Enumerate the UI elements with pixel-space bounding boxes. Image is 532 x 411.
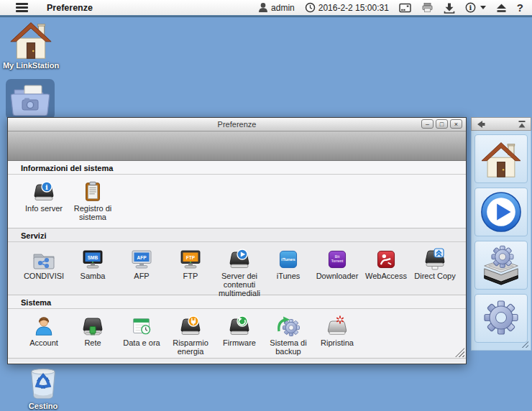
window-header-band: [8, 131, 466, 161]
item-direct-copy[interactable]: Direct Copy: [411, 246, 459, 297]
pictures-folder-icon: [10, 83, 50, 116]
sidebar-tile-media-player[interactable]: [474, 188, 528, 236]
itunes-icon: iTunes: [277, 249, 300, 270]
play-button-icon: [480, 190, 523, 234]
back-arrow-icon[interactable]: [474, 119, 486, 130]
svg-text:iTunes: iTunes: [281, 257, 295, 262]
item-media-server[interactable]: Server dei contenuti multimediali: [215, 246, 264, 297]
desktop-icon-cestino[interactable]: Cestino: [14, 364, 72, 410]
desktop-icon-label: My LinkStation: [3, 61, 59, 70]
power-saving-icon: [178, 315, 203, 337]
media-server-icon: [226, 249, 252, 270]
maximize-button[interactable]: □: [436, 119, 448, 129]
home-icon: [9, 19, 52, 60]
item-ftp[interactable]: FTP FTP: [166, 246, 215, 297]
info-menu[interactable]: i: [465, 2, 486, 13]
item-afp[interactable]: AFP AFP: [117, 246, 166, 297]
svg-text:i: i: [469, 4, 472, 11]
item-rete[interactable]: Rete: [68, 313, 117, 356]
item-itunes[interactable]: iTunes iTunes: [264, 246, 313, 297]
account-icon: [32, 315, 56, 337]
direct-copy-icon: [422, 247, 448, 270]
item-data-e-ora[interactable]: Data e ora: [117, 313, 166, 356]
display-icon[interactable]: [399, 3, 411, 13]
shared-folders-icon: [31, 250, 57, 270]
smb-monitor-icon: SMB: [80, 250, 106, 270]
desktop-icon-folder[interactable]: [6, 79, 55, 119]
chevron-down-icon: [480, 6, 486, 9]
eject-icon[interactable]: [496, 3, 507, 13]
help-button[interactable]: ?: [517, 1, 523, 14]
screen: Preferenze admin 2016-2-2 15:00:31: [0, 0, 532, 411]
page-title: Preferenze: [47, 3, 93, 13]
item-risparmio-energia[interactable]: Risparmio energia: [166, 313, 215, 356]
svg-text:Bit: Bit: [335, 255, 340, 259]
datetime-text: 2016-2-2 15:00:31: [318, 3, 389, 13]
menu-icon[interactable]: [16, 3, 28, 12]
section-title: Servizi: [8, 228, 466, 242]
clock-status: 2016-2-2 15:00:31: [305, 2, 389, 13]
window-titlebar[interactable]: Preferenze – □ ×: [8, 118, 466, 131]
webaccess-icon: [375, 249, 398, 270]
item-webaccess[interactable]: WebAccess: [362, 246, 411, 297]
sidebar-tile-disk-manager[interactable]: [474, 241, 528, 290]
item-downloader[interactable]: Bit Torrent Downloader: [313, 246, 362, 297]
section-title: Informazioni del sistema: [8, 161, 466, 175]
svg-text:FTP: FTP: [186, 255, 196, 260]
sidebar-header: [471, 117, 531, 131]
system-log-icon: [81, 180, 105, 203]
topbar-accent-strip: [0, 15, 532, 17]
collapse-panel-icon[interactable]: [516, 119, 528, 130]
network-icon: [80, 315, 106, 337]
printer-icon[interactable]: [421, 2, 434, 13]
restore-icon: [324, 315, 350, 337]
sidebar-tile-settings[interactable]: [474, 294, 528, 343]
close-button[interactable]: ×: [450, 119, 462, 129]
svg-text:i: i: [45, 183, 48, 191]
minimize-button[interactable]: –: [421, 119, 434, 129]
window-title: Preferenze: [218, 120, 257, 129]
item-info-server[interactable]: i Info server: [19, 179, 68, 221]
sidebar: [471, 117, 531, 351]
svg-text:Torrent: Torrent: [331, 259, 344, 263]
svg-text:SMB: SMB: [88, 255, 98, 260]
user-icon: [258, 2, 268, 13]
gear-icon: [480, 298, 523, 338]
sidebar-tile-home[interactable]: [474, 134, 528, 183]
download-icon[interactable]: [444, 2, 455, 14]
item-account[interactable]: Account: [19, 313, 68, 356]
sidebar-panel: [471, 131, 531, 351]
desktop-icon-label: Cestino: [29, 402, 58, 410]
item-condivisi[interactable]: CONDIVISI: [19, 246, 68, 297]
info-icon: i: [465, 2, 476, 13]
server-info-icon: i: [31, 181, 57, 203]
item-samba[interactable]: SMB Samba: [68, 246, 117, 297]
item-ripristina[interactable]: Ripristina: [313, 313, 362, 356]
user-menu[interactable]: admin: [258, 2, 295, 13]
date-time-icon: [129, 316, 154, 337]
recycle-bin-icon: [26, 364, 60, 401]
bittorrent-icon: Bit Torrent: [326, 249, 349, 270]
svg-text:AFP: AFP: [137, 255, 147, 260]
section-informazioni-del-sistema: Informazioni del sistema i Info server: [8, 161, 466, 228]
camera-glyph: [22, 98, 38, 111]
desktop-icon-my-linkstation[interactable]: My LinkStation: [2, 19, 60, 70]
preferences-window: Preferenze – □ × Informazioni del sistem…: [7, 117, 467, 364]
topbar: Preferenze admin 2016-2-2 15:00:31: [0, 0, 532, 15]
item-sistema-di-backup[interactable]: Sistema di backup: [264, 313, 313, 356]
drive-gear-icon: [479, 244, 523, 286]
user-name: admin: [271, 3, 295, 13]
clock-icon: [305, 2, 316, 13]
backup-icon: [275, 315, 301, 337]
item-firmware[interactable]: Firmware: [215, 313, 264, 356]
firmware-update-icon: [226, 315, 252, 337]
window-content: Informazioni del sistema i Info server: [8, 161, 466, 359]
home-icon: [480, 139, 522, 178]
section-sistema: Sistema Account: [8, 295, 466, 359]
section-servizi: Servizi CONDIVISI: [8, 228, 466, 295]
item-registro-di-sistema[interactable]: Registro di sistema: [68, 179, 117, 221]
ftp-monitor-icon: FTP: [178, 250, 203, 270]
afp-monitor-icon: AFP: [129, 250, 155, 270]
